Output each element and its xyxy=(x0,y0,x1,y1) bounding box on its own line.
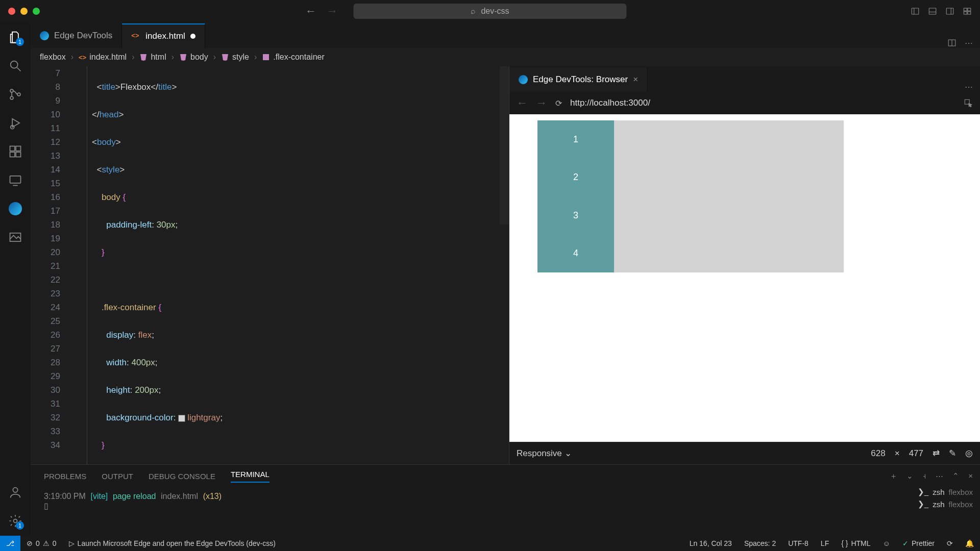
svg-rect-21 xyxy=(10,176,21,183)
more-icon[interactable]: ⋯ xyxy=(965,82,973,92)
svg-point-13 xyxy=(10,96,13,99)
tab-edge-devtools[interactable]: Edge DevTools xyxy=(31,23,122,48)
wand-icon[interactable]: ✎ xyxy=(949,448,956,459)
tab-output[interactable]: OUTPUT xyxy=(102,472,133,481)
split-terminal-icon[interactable]: ⫞ xyxy=(922,471,926,481)
crumb-root: flexbox xyxy=(40,53,66,62)
more-icon[interactable]: ⋯ xyxy=(936,471,943,481)
remote-indicator[interactable]: ⎇ xyxy=(0,536,20,551)
status-bar: ⎇ ⊘0 ⚠0 ▷Launch Microsoft Edge and open … xyxy=(0,536,980,551)
line-gutter: 7891011121314151617181920212223242526272… xyxy=(31,66,67,452)
search-activity-icon[interactable] xyxy=(8,58,23,73)
titlebar: ← → ⌕ dev-css xyxy=(0,0,980,22)
error-icon: ⊘ xyxy=(27,539,33,547)
split-editor-icon[interactable] xyxy=(947,38,957,47)
url-field[interactable]: http://localhost:3000/ xyxy=(570,98,650,108)
status-lang[interactable]: { } HTML xyxy=(835,539,876,547)
panel-right-icon[interactable] xyxy=(945,7,954,16)
html-file-icon: <> xyxy=(131,32,140,41)
inspect-icon[interactable] xyxy=(964,98,973,108)
svg-rect-19 xyxy=(10,152,15,157)
back-icon[interactable]: ← xyxy=(517,96,528,110)
terminal-instance[interactable]: ❯_zsh flexbox xyxy=(918,487,973,496)
extensions-icon[interactable] xyxy=(8,144,23,159)
tab-label: index.html xyxy=(145,31,185,41)
close-icon[interactable]: × xyxy=(895,448,900,459)
status-bell[interactable]: 🔔 xyxy=(959,539,980,547)
svg-line-11 xyxy=(17,68,21,71)
terminal-output[interactable]: 3:19:00 PM [vite] page reload index.html… xyxy=(31,487,980,536)
crumb-html: html xyxy=(139,53,166,62)
breadcrumb[interactable]: flexbox› <>index.html› html› body› style… xyxy=(31,48,980,66)
explorer-badge: 1 xyxy=(16,38,24,46)
history-nav: ← → xyxy=(305,5,338,18)
settings-gear-icon[interactable]: 1 xyxy=(8,513,23,529)
device-height[interactable]: 477 xyxy=(909,448,923,459)
more-icon[interactable]: ⋯ xyxy=(965,38,973,48)
device-mode[interactable]: Responsive ⌄ xyxy=(517,448,572,459)
forward-icon[interactable]: → xyxy=(536,96,547,110)
close-window[interactable] xyxy=(8,8,15,15)
tab-devtools-browser[interactable]: Edge DevTools: Browser × xyxy=(509,67,648,92)
crumb-body: body xyxy=(179,53,208,62)
remote-explorer-icon[interactable] xyxy=(8,172,23,188)
terminal-list: ❯_zsh flexbox ❯_zsh flexbox xyxy=(918,487,973,509)
status-cursor[interactable]: Ln 16, Col 23 xyxy=(683,539,738,547)
crumb-file: <>index.html xyxy=(79,53,127,62)
chevron-down-icon: ⌄ xyxy=(565,448,572,458)
svg-rect-18 xyxy=(16,146,20,151)
flex-item: 3 xyxy=(537,196,614,235)
browser-viewport[interactable]: 1 2 3 4 xyxy=(509,114,980,442)
status-launch[interactable]: ▷Launch Microsoft Edge and open the Edge… xyxy=(63,539,282,547)
tab-problems[interactable]: PROBLEMS xyxy=(44,472,86,481)
status-errors[interactable]: ⊘0 ⚠0 xyxy=(20,539,63,547)
tab-index-html[interactable]: <> index.html xyxy=(122,23,205,48)
main: 1 1 Edge DevTools <> index.html xyxy=(0,22,980,536)
terminal-icon: ❯_ xyxy=(918,487,928,496)
edge-tools-icon[interactable] xyxy=(8,201,23,216)
back-icon[interactable]: ← xyxy=(305,5,316,18)
window-controls xyxy=(8,8,40,15)
zoom-window[interactable] xyxy=(33,8,40,15)
status-prettier[interactable]: ✓ Prettier xyxy=(896,539,941,547)
rotate-icon[interactable]: ⇄ xyxy=(933,448,940,459)
explorer-icon[interactable]: 1 xyxy=(8,30,23,45)
tab-debug-console[interactable]: DEBUG CONSOLE xyxy=(149,472,215,481)
svg-rect-20 xyxy=(16,152,20,157)
status-encoding[interactable]: UTF-8 xyxy=(782,539,815,547)
close-icon[interactable]: × xyxy=(968,471,973,481)
new-terminal-icon[interactable]: ＋ xyxy=(890,471,897,481)
warning-icon: ⚠ xyxy=(43,539,50,547)
chevron-down-icon[interactable]: ⌄ xyxy=(906,471,913,481)
tab-terminal[interactable]: TERMINAL xyxy=(231,470,270,483)
code-editor[interactable]: 7891011121314151617181920212223242526272… xyxy=(31,66,509,464)
gallery-icon[interactable] xyxy=(8,230,23,245)
status-feedback[interactable]: ☺ xyxy=(877,539,896,547)
minimap[interactable] xyxy=(500,66,509,224)
chevron-up-icon[interactable]: ⌃ xyxy=(952,471,959,481)
svg-point-24 xyxy=(13,488,17,492)
panel-left-icon[interactable] xyxy=(911,7,920,16)
panel-bottom-icon[interactable] xyxy=(928,7,937,16)
close-icon[interactable]: × xyxy=(633,74,638,85)
terminal-instance[interactable]: ❯_zsh flexbox xyxy=(918,499,973,509)
layout-grid-icon[interactable] xyxy=(963,7,972,16)
svg-rect-28 xyxy=(263,54,269,60)
device-width[interactable]: 628 xyxy=(871,448,885,459)
target-icon[interactable]: ◎ xyxy=(965,448,973,459)
account-icon[interactable] xyxy=(8,485,23,500)
tab-label: Edge DevTools xyxy=(54,31,112,41)
minimize-window[interactable] xyxy=(20,8,28,15)
crumb-style: style xyxy=(221,53,249,62)
reload-icon[interactable]: ⟳ xyxy=(555,98,562,108)
svg-rect-2 xyxy=(929,8,936,14)
terminal-icon: ❯_ xyxy=(918,499,928,509)
source-control-icon[interactable] xyxy=(8,87,23,102)
status-sync[interactable]: ⟳ xyxy=(941,539,959,547)
forward-icon[interactable]: → xyxy=(327,5,338,18)
run-debug-icon[interactable] xyxy=(8,115,23,131)
status-eol[interactable]: LF xyxy=(815,539,835,547)
command-center[interactable]: ⌕ dev-css xyxy=(353,4,626,19)
editor-area: Edge DevTools <> index.html ⋯ flexbox› <… xyxy=(31,22,980,536)
status-spaces[interactable]: Spaces: 2 xyxy=(738,539,782,547)
